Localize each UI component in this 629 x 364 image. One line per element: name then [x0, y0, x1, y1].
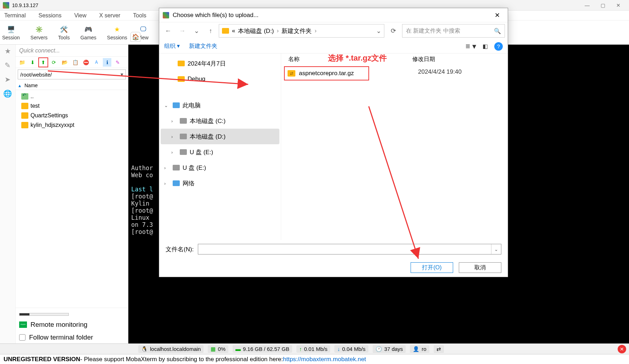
back-button[interactable]: ←: [162, 25, 174, 37]
chevron-right-icon[interactable]: ›: [164, 165, 170, 170]
path-dropdown-icon[interactable]: ▾: [121, 71, 123, 78]
follow-terminal-toggle[interactable]: Follow terminal folder: [19, 334, 124, 341]
chevron-right-icon[interactable]: ›: [171, 118, 177, 124]
tree-disk-e2[interactable]: ›U 盘 (E:): [161, 160, 279, 175]
status-user: 👤ro: [410, 345, 429, 353]
up-button[interactable]: ↑: [205, 25, 217, 37]
close-button[interactable]: ✕: [611, 0, 626, 10]
star-icon[interactable]: ★: [3, 47, 12, 56]
organize-button[interactable]: 组织 ▾: [164, 43, 180, 50]
tree-thispc[interactable]: ⌄此电脑: [161, 97, 279, 113]
network-icon: [173, 180, 180, 186]
folder-icon: [21, 112, 28, 119]
status-close-icon[interactable]: ✕: [618, 345, 626, 353]
menu-sessions[interactable]: Sessions: [35, 12, 64, 19]
tb-servers[interactable]: ✳️Servers: [30, 25, 48, 40]
send-icon[interactable]: ➤: [3, 75, 12, 84]
chevron-down-icon[interactable]: ⌄: [164, 103, 170, 108]
upload-icon[interactable]: ⬆: [39, 58, 48, 67]
col-date[interactable]: 修改日期: [412, 56, 483, 63]
forward-button[interactable]: →: [176, 25, 188, 37]
filename-dropdown-icon[interactable]: ⌄: [491, 244, 501, 254]
history-dropdown[interactable]: ⌄: [190, 25, 202, 37]
chevron-right-icon[interactable]: ›: [171, 134, 177, 139]
chevron-right-icon[interactable]: ›: [164, 181, 170, 186]
chevron-right-icon[interactable]: ›: [171, 150, 177, 155]
user-icon: 👤: [413, 346, 419, 352]
annotation-label: 选择 *.tar.gz文件: [328, 53, 387, 63]
menu-xserver[interactable]: X server: [96, 12, 123, 19]
help-icon[interactable]: ?: [494, 42, 503, 51]
quick-connect-input[interactable]: Quick connect...: [16, 45, 128, 57]
download-icon[interactable]: ⬇: [28, 58, 37, 67]
edit-icon[interactable]: ✎: [113, 58, 122, 67]
path-input[interactable]: /root/website/ ▾: [18, 69, 126, 79]
status-arrows[interactable]: ⇄: [434, 345, 444, 353]
copy-icon[interactable]: 📋: [71, 58, 79, 67]
column-headers: 名称 选择 *.tar.gz文件 修改日期: [281, 54, 508, 65]
crumb-folder[interactable]: 新建文件夹: [282, 27, 312, 35]
open-button[interactable]: 打开(O): [411, 262, 453, 273]
rename-icon[interactable]: Ａ: [92, 58, 101, 67]
filename-row: 文件名(N): ⌄: [159, 240, 508, 258]
menu-terminal[interactable]: Terminal: [1, 12, 28, 19]
dialog-close-button[interactable]: ✕: [490, 11, 504, 19]
disk-icon: [173, 165, 180, 170]
status-bar: 🐧localhost.localdomain ▦0% ▬9.16 GB / 62…: [0, 343, 629, 354]
tb-session[interactable]: 🖥️Session: [2, 25, 20, 40]
tree-up[interactable]: ..: [18, 91, 126, 101]
tree-disk-c[interactable]: ›本地磁盘 (C:): [161, 113, 279, 129]
cancel-button[interactable]: 取消: [459, 262, 501, 273]
crumb-dropdown-icon[interactable]: ⌄: [376, 27, 381, 35]
filename-label: 文件名(N):: [166, 245, 194, 253]
search-icon: 🔍: [494, 28, 501, 34]
tree-collapse-icon[interactable]: ▴: [18, 83, 21, 88]
file-row-selected[interactable]: ⇄ aspnetcorepro.tar.gz: [284, 66, 369, 80]
minimize-button[interactable]: —: [579, 0, 595, 10]
tb-tools[interactable]: 🛠️Tools: [58, 25, 70, 40]
crumb-disk[interactable]: 本地磁盘 (D:): [238, 27, 274, 35]
folder-icon[interactable]: 📁: [18, 58, 26, 67]
status-up: ↑0.01 Mb/s: [296, 345, 330, 353]
info-icon[interactable]: ℹ: [103, 58, 111, 67]
search-input[interactable]: 在 新建文件夹 中搜索 🔍: [402, 24, 505, 38]
tree-item[interactable]: kylin_hdjszxyxxpt: [18, 120, 126, 130]
filename-input[interactable]: ⌄: [198, 244, 501, 254]
checkbox-icon: [19, 334, 26, 341]
maximize-button[interactable]: ▢: [595, 0, 611, 10]
menu-tools[interactable]: Tools: [130, 12, 149, 19]
refresh-icon[interactable]: ⟳: [50, 58, 58, 67]
disk-icon: [180, 134, 187, 139]
col-name: Name: [24, 83, 38, 88]
newfolder-icon[interactable]: 📂: [60, 58, 69, 67]
preview-pane-button[interactable]: ◧: [483, 43, 488, 50]
upload-dialog: Choose which file(s) to upload... ✕ ← → …: [159, 8, 508, 277]
remote-monitoring-toggle[interactable]: 〰Remote monitoring: [19, 321, 124, 329]
tree-disk-e1[interactable]: ›U 盘 (E:): [161, 144, 279, 160]
delete-icon[interactable]: ⛔: [82, 58, 90, 67]
pc-icon: [173, 102, 180, 108]
archive-icon: ⇄: [288, 70, 295, 77]
refresh-button[interactable]: ⟳: [386, 27, 400, 35]
file-name: aspnetcorepro.tar.gz: [299, 70, 354, 77]
newfolder-button[interactable]: 新建文件夹: [189, 43, 217, 50]
view-mode-button[interactable]: ≡ ▾: [466, 42, 476, 51]
tree-network[interactable]: ›网络: [161, 175, 279, 191]
globe-icon[interactable]: 🌐: [3, 89, 12, 99]
breadcrumb[interactable]: « 本地磁盘 (D:) › 新建文件夹 › ⌄: [219, 24, 384, 38]
tb-games[interactable]: 🎮Games: [80, 25, 96, 40]
clock-icon: 🕐: [375, 346, 382, 352]
tree-item[interactable]: 2024年4月7日: [161, 56, 279, 71]
dialog-logo-icon: [163, 12, 169, 18]
tb-sessions2[interactable]: ★Sessions: [107, 25, 127, 40]
tree-item[interactable]: test: [18, 101, 126, 111]
left-strip: ★ ✎ ➤ 🌐: [0, 45, 16, 343]
tree-disk-d[interactable]: ›本地磁盘 (D:): [161, 129, 279, 144]
home-tab-icon[interactable]: 🏠: [130, 32, 140, 42]
menu-view[interactable]: View: [71, 12, 89, 19]
tree-item[interactable]: Debug: [161, 71, 279, 87]
footer-link[interactable]: https://mobaxterm.mobatek.net: [283, 356, 366, 363]
dialog-file-list: 名称 选择 *.tar.gz文件 修改日期 ⇄ aspnetcorepro.ta…: [281, 54, 508, 240]
tool-icon[interactable]: ✎: [3, 61, 12, 70]
tree-item[interactable]: QuartzSettings: [18, 111, 126, 120]
